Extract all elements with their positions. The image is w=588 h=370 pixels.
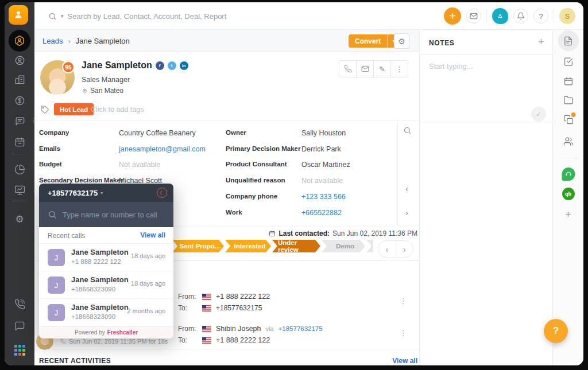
- email-button[interactable]: [466, 9, 481, 24]
- notes-input[interactable]: [429, 62, 544, 125]
- rail-notes-button[interactable]: [558, 30, 579, 51]
- via-number-link[interactable]: +18577632175: [278, 325, 323, 332]
- add-tags-input[interactable]: [91, 103, 217, 115]
- rail-duplicates-button[interactable]: [563, 115, 573, 124]
- call-to-number-link[interactable]: +18577632175: [216, 304, 262, 312]
- page-settings-button[interactable]: ⚙: [394, 33, 409, 49]
- sidebar-item-phone[interactable]: [5, 295, 34, 313]
- sidebar-item-settings[interactable]: ⚙: [5, 211, 34, 228]
- convert-button[interactable]: Convert: [349, 34, 387, 48]
- dialer-header: +18577632175 ▾ ☾: [39, 184, 173, 202]
- caller-name-link[interactable]: Shibin Joseph: [216, 325, 261, 333]
- phone-link[interactable]: +123 333 566: [301, 193, 346, 201]
- dialer-caller-id[interactable]: +18577632175: [48, 189, 98, 197]
- details-next-button[interactable]: ›: [405, 208, 408, 217]
- edit-button[interactable]: ✎: [373, 60, 391, 77]
- call-button[interactable]: [339, 60, 357, 77]
- sidebar-item-contacts[interactable]: [5, 52, 34, 69]
- recent-call-item[interactable]: J Jane Sampleton +18668323090 18 days ag…: [39, 271, 173, 298]
- sidebar-item-app-switcher[interactable]: [5, 341, 34, 359]
- search-scope-caret-icon[interactable]: ▾: [61, 13, 64, 19]
- phone-icon: [344, 65, 352, 73]
- section-divider: [34, 349, 419, 349]
- breadcrumb-leads-link[interactable]: Leads: [42, 37, 63, 45]
- recent-call-item[interactable]: J Jane Sampleton +1 888 2222 122 18 days…: [39, 243, 173, 271]
- calendar-icon: [269, 230, 276, 237]
- help-button[interactable]: ?: [533, 9, 548, 24]
- sidebar-item-chat[interactable]: [5, 317, 34, 334]
- sidebar-item-appointments[interactable]: [5, 133, 34, 150]
- sidebar-item-accounts[interactable]: [5, 71, 34, 88]
- stage-next-partial[interactable]: [366, 240, 373, 252]
- stage-interested[interactable]: Interested: [225, 240, 271, 252]
- us-flag-icon: [202, 337, 211, 344]
- topbar: ▾ + ? S: [34, 2, 583, 30]
- sidebar-item-dashboard[interactable]: [5, 181, 34, 198]
- more-actions-button[interactable]: ⋮: [390, 60, 408, 77]
- rail-related-contacts-button[interactable]: [563, 137, 573, 146]
- stage-demo[interactable]: Demo: [322, 240, 365, 252]
- dialer-search-input[interactable]: [63, 211, 163, 219]
- rail-files-button[interactable]: [563, 95, 573, 105]
- save-note-button[interactable]: ✓: [531, 107, 546, 122]
- lead-location-text: San Mateo: [90, 87, 123, 95]
- notifications-button[interactable]: [513, 9, 528, 24]
- lead-quick-actions: ✎ ⋮: [339, 60, 408, 77]
- dialer-search[interactable]: [39, 202, 173, 227]
- us-flag-icon: [202, 326, 211, 332]
- hot-lead-tag[interactable]: Hot Lead: [54, 103, 94, 115]
- tag-icon: [40, 105, 49, 116]
- quick-add-button[interactable]: +: [444, 7, 461, 25]
- freshsales-logo[interactable]: [9, 5, 28, 25]
- apps-grid-icon: [14, 345, 25, 356]
- sidebar-drag-handle[interactable]: ⋮: [30, 116, 37, 124]
- lead-hexagon-icon: [14, 35, 25, 46]
- freshcaller-brand-link[interactable]: Freshcaller: [107, 329, 138, 336]
- add-note-button[interactable]: +: [538, 36, 544, 48]
- sidebar-item-leads[interactable]: [9, 30, 30, 52]
- notes-title: NOTES: [429, 39, 454, 47]
- pipeline-prev-button[interactable]: ‹: [378, 241, 396, 257]
- details-prev-button[interactable]: ‹: [405, 184, 408, 193]
- phone-link[interactable]: +665522882: [301, 209, 342, 217]
- dialer-status-moon-icon[interactable]: ☾: [157, 188, 167, 198]
- email-link[interactable]: janesampleton@gmail.com: [119, 145, 206, 153]
- breadcrumb: Leads › Jane Sampleton: [42, 30, 130, 52]
- linkedin-icon[interactable]: in: [180, 61, 188, 70]
- call-contact-name: Jane Sampleton: [71, 275, 129, 284]
- twitter-icon[interactable]: t: [168, 61, 176, 70]
- sidebar-item-deals[interactable]: [5, 92, 34, 109]
- recent-activities-view-all-link[interactable]: View all: [392, 357, 417, 365]
- recent-call-item[interactable]: J Jane Sampleton +18668323090 2 months a…: [39, 298, 173, 326]
- us-flag-icon: [202, 305, 211, 311]
- detail-row: Budget Not available: [39, 161, 229, 170]
- rail-appointments-button[interactable]: [563, 76, 573, 86]
- field-label: Company: [39, 129, 69, 136]
- user-avatar[interactable]: S: [559, 8, 575, 24]
- call-record-more-icon[interactable]: ⋮: [400, 297, 407, 305]
- call-record-more-icon[interactable]: ⋮: [400, 329, 407, 337]
- pipeline-next-button[interactable]: ›: [396, 241, 413, 257]
- freshworks-switcher-button[interactable]: [492, 8, 508, 24]
- note-file-icon: [563, 36, 573, 46]
- rail-freshdesk-button[interactable]: [562, 168, 575, 181]
- dialer-view-all-link[interactable]: View all: [140, 231, 165, 239]
- rail-add-app-button[interactable]: +: [565, 209, 571, 221]
- field-value: Country Coffee Beanery: [119, 129, 196, 137]
- apps-triangle-icon: [496, 12, 504, 20]
- details-search-button[interactable]: [403, 126, 412, 137]
- help-fab-button[interactable]: ?: [544, 319, 568, 343]
- stage-sent-proposal[interactable]: Sent Propo...: [172, 240, 224, 252]
- building-icon: [14, 74, 25, 85]
- rail-quickbooks-button[interactable]: qb: [562, 188, 575, 200]
- facebook-icon[interactable]: f: [156, 61, 164, 70]
- global-search[interactable]: ▾: [48, 2, 286, 30]
- search-icon: [403, 126, 412, 135]
- stage-under-review[interactable]: Under review: [272, 240, 320, 252]
- calendar-icon: [563, 76, 573, 86]
- contact-icon: [14, 55, 25, 66]
- rail-tasks-button[interactable]: [563, 57, 573, 67]
- send-email-button[interactable]: [356, 60, 374, 77]
- sidebar-item-analytics[interactable]: [5, 161, 34, 178]
- search-input[interactable]: [68, 12, 286, 21]
